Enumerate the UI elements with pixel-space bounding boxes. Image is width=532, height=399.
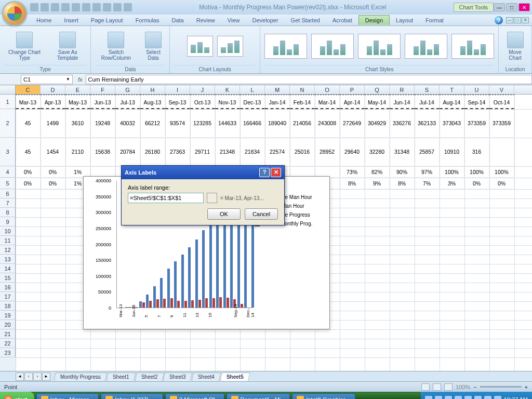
tab-home[interactable]: Home xyxy=(30,16,58,25)
qat-icon[interactable] xyxy=(113,3,122,11)
tab-developer[interactable]: Developer xyxy=(246,16,284,25)
cell[interactable]: 9% xyxy=(365,178,390,189)
cell[interactable]: 93574 xyxy=(165,109,190,138)
tray-icon[interactable] xyxy=(455,396,462,399)
cell[interactable]: 10910 xyxy=(440,138,464,166)
cell[interactable]: 214056 xyxy=(290,109,315,138)
cell[interactable]: 1499 xyxy=(41,109,65,138)
column-header[interactable]: U xyxy=(464,85,489,94)
cell[interactable]: Jan-14 xyxy=(265,95,290,109)
row-header[interactable]: 18 xyxy=(0,301,16,311)
tab-formulas[interactable]: Formulas xyxy=(129,16,166,25)
formula-input[interactable]: Cum Remaining Early xyxy=(86,75,532,84)
cell[interactable]: 0% xyxy=(16,166,41,178)
cell[interactable]: 0% xyxy=(41,166,65,178)
zoom-slider[interactable] xyxy=(480,386,522,388)
ok-button[interactable]: OK xyxy=(207,208,241,220)
column-header[interactable]: S xyxy=(415,85,440,94)
tab-nav-first[interactable]: ◄ xyxy=(16,373,24,381)
tray-icon[interactable] xyxy=(445,396,452,399)
chart-layouts-gallery[interactable] xyxy=(174,28,256,64)
switch-row-column-button[interactable]: Switch Row/Column xyxy=(95,32,137,61)
cell[interactable]: 3610 xyxy=(65,109,90,138)
qat-icon[interactable] xyxy=(72,3,80,11)
row-header[interactable]: 4 xyxy=(0,166,16,178)
cell[interactable]: Nov-13 xyxy=(215,95,240,109)
cell[interactable]: 362133 xyxy=(415,109,440,138)
zoom-level[interactable]: 100% xyxy=(456,384,470,390)
cell[interactable]: 0% xyxy=(464,178,489,189)
save-icon[interactable] xyxy=(30,3,38,11)
row-header[interactable]: 8 xyxy=(0,208,16,217)
column-header[interactable]: Q xyxy=(365,85,390,94)
row-header[interactable]: 1 xyxy=(0,95,16,109)
cell[interactable]: 97% xyxy=(415,166,440,178)
cell[interactable]: 82% xyxy=(365,166,390,178)
column-header[interactable]: M xyxy=(265,85,290,94)
cell[interactable]: Oct-13 xyxy=(190,95,215,109)
sheet-tab[interactable]: Sheet2 xyxy=(135,373,164,381)
cell[interactable]: 28952 xyxy=(315,138,340,166)
cell[interactable]: 32280 xyxy=(365,138,390,166)
column-header[interactable]: O xyxy=(315,85,340,94)
cell[interactable]: Sep-13 xyxy=(165,95,190,109)
tab-nav-last[interactable]: ► xyxy=(42,373,50,381)
doc-restore-button[interactable]: □ xyxy=(514,17,521,23)
cell[interactable]: 15638 xyxy=(90,138,115,166)
row-header[interactable]: 14 xyxy=(0,264,16,273)
row-header[interactable]: 10 xyxy=(0,227,16,236)
save-as-template-button[interactable]: Save As Template xyxy=(49,32,86,61)
tab-nav-next[interactable]: › xyxy=(33,373,42,381)
sheet-tab[interactable]: Sheet4 xyxy=(192,373,221,381)
tab-page-layout[interactable]: Page Layout xyxy=(85,16,129,25)
row-header[interactable]: 7 xyxy=(0,198,16,208)
tray-icon[interactable] xyxy=(494,396,501,399)
cell[interactable]: 336276 xyxy=(390,109,415,138)
cell[interactable]: Jun-13 xyxy=(90,95,115,109)
qat-icon[interactable] xyxy=(92,3,101,11)
cell[interactable]: 189040 xyxy=(265,109,290,138)
range-selector-button[interactable] xyxy=(207,193,217,203)
tab-design[interactable]: Design xyxy=(358,15,390,25)
cell[interactable]: May-13 xyxy=(65,95,90,109)
column-header[interactable]: J xyxy=(190,85,215,94)
tray-icon[interactable] xyxy=(425,396,432,399)
column-header[interactable]: F xyxy=(90,85,115,94)
maximize-button[interactable]: □ xyxy=(506,3,517,11)
row-header[interactable]: 23 xyxy=(0,348,16,357)
column-header[interactable]: G xyxy=(115,85,140,94)
cell[interactable] xyxy=(489,138,514,166)
dialog-help-button[interactable]: ? xyxy=(259,168,270,177)
row-header[interactable]: 3 xyxy=(0,138,16,166)
move-chart-button[interactable]: Move Chart xyxy=(503,32,527,61)
row-header[interactable]: 22 xyxy=(0,339,16,348)
tray-icon[interactable] xyxy=(435,396,442,399)
column-header[interactable]: C xyxy=(16,85,41,94)
name-box[interactable]: C1▼ xyxy=(21,75,73,84)
column-header[interactable]: D xyxy=(41,85,65,94)
cell[interactable]: 8% xyxy=(390,178,415,189)
cell[interactable]: Dec-13 xyxy=(240,95,265,109)
cell[interactable]: 73% xyxy=(340,166,365,178)
tray-icon[interactable] xyxy=(464,396,472,399)
tab-nav-prev[interactable]: ‹ xyxy=(24,373,33,381)
cell[interactable]: 22574 xyxy=(265,138,290,166)
cell[interactable]: 373359 xyxy=(464,109,489,138)
column-header[interactable]: I xyxy=(165,85,190,94)
tab-acrobat[interactable]: Acrobat xyxy=(326,16,358,25)
undo-icon[interactable] xyxy=(41,3,49,11)
select-all-corner[interactable] xyxy=(0,85,16,94)
row-header[interactable]: 9 xyxy=(0,217,16,227)
taskbar-item[interactable]: Document1 - Mi... xyxy=(227,393,290,399)
taskbar-item[interactable]: Inbox (1,237) - ... xyxy=(101,393,163,399)
cell[interactable]: 45 xyxy=(16,138,41,166)
cell[interactable]: 29711 xyxy=(190,138,215,166)
cell[interactable]: 316 xyxy=(464,138,489,166)
sheet-tab[interactable]: Sheet5 xyxy=(220,373,250,381)
cell[interactable]: 21834 xyxy=(240,138,265,166)
change-chart-type-button[interactable]: Change Chart Type xyxy=(4,32,45,61)
cell[interactable]: Aug-13 xyxy=(140,95,165,109)
cell[interactable]: 0% xyxy=(489,178,514,189)
qat-icon[interactable] xyxy=(103,3,111,11)
row-header[interactable]: 11 xyxy=(0,236,16,245)
